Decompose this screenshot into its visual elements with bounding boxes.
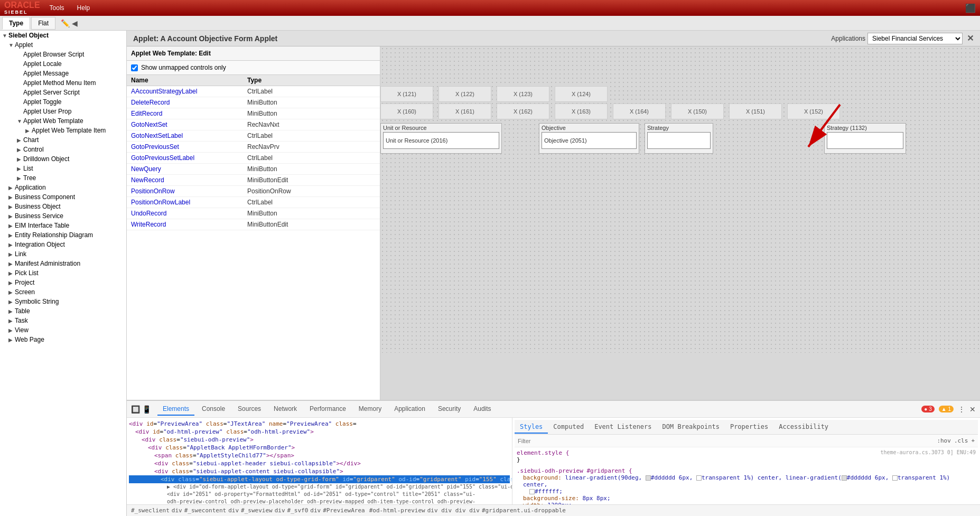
sidebar-item-pick-list[interactable]: ▶ Pick List	[0, 268, 126, 278]
sidebar-item-screen[interactable]: ▶ Screen	[0, 287, 126, 297]
devtools-tab-network[interactable]: Network	[268, 403, 302, 416]
control-row-editrecord[interactable]: EditRecordMiniButton	[127, 108, 380, 119]
control-row-gotopreviousset[interactable]: GotoPreviousSetRecNavPrv	[127, 142, 380, 153]
sidebar-item-applet-toggle[interactable]: Applet Toggle	[0, 97, 126, 107]
type-tab[interactable]: Type	[2, 17, 30, 30]
control-row-gotonextsetlabel[interactable]: GotoNextSetLabelCtrlLabel	[127, 130, 380, 142]
dom-line-1[interactable]: <div id="od-html-preview" class="odh-htm…	[129, 428, 510, 436]
cube-icon[interactable]: ⬛	[965, 3, 976, 13]
sidebar-item-applet-web-template-item[interactable]: ▶ Applet Web Template Item	[0, 126, 126, 135]
sidebar-item-chart[interactable]: ▶ Chart	[0, 135, 126, 145]
control-row-newquery[interactable]: NewQueryMiniButton	[127, 164, 380, 175]
control-row-aaccountstrategylabel[interactable]: AAccountStrategyLabelCtrlLabel	[127, 86, 380, 97]
sidebar-item-applet-method-menu[interactable]: Applet Method Menu Item	[0, 78, 126, 88]
devtools-tab-memory[interactable]: Memory	[353, 403, 387, 416]
help-menu[interactable]: Help	[74, 4, 94, 12]
canvas-area[interactable]: X (121) X (122) X (123) X (124) X (160) …	[380, 46, 980, 400]
sidebar-item-symbolic-string[interactable]: ▶ Symbolic String	[0, 297, 126, 306]
sidebar-item-eim-interface-table[interactable]: ▶ EIM Interface Table	[0, 221, 126, 230]
control-row-deleterecord[interactable]: DeleteRecordMiniButton	[127, 97, 380, 108]
control-row-writerecord[interactable]: WriteRecordMiniButtonEdit	[127, 219, 380, 230]
devtools-device-icon[interactable]: 📱	[142, 405, 151, 414]
dom-line-9[interactable]: <div id="2051" od-property="FormattedHtm…	[129, 490, 488, 504]
control-row-positiononrowlabel[interactable]: PositionOnRowLabelCtrlLabel	[127, 197, 380, 208]
devtools-tab-audits[interactable]: Audits	[468, 403, 496, 416]
sidebar-item-business-object[interactable]: ▶ Business Object	[0, 202, 126, 211]
computed-tab[interactable]: Computed	[548, 421, 589, 434]
sidebar-root[interactable]: ▼ Siebel Object	[0, 31, 126, 40]
sidebar-item-application[interactable]: ▶ Application	[0, 183, 126, 192]
devtools-tab-elements[interactable]: Elements	[157, 403, 194, 416]
control-unit-resource[interactable]: Unit or Resource Unit or Resource (2016)	[380, 123, 502, 154]
devtools-tab-application[interactable]: Application	[389, 403, 431, 416]
hov-pseudo[interactable]: :hov	[937, 437, 951, 444]
dom-line-0[interactable]: <div id="PreviewArea" class="JTextArea" …	[129, 420, 510, 428]
sidebar-item-project[interactable]: ▶ Project	[0, 278, 126, 287]
sidebar-item-control[interactable]: ▶ Control	[0, 145, 126, 154]
devtools-settings-icon[interactable]: ⋮	[958, 405, 965, 414]
sidebar-item-table[interactable]: ▶ Table	[0, 306, 126, 316]
bc-sweclient[interactable]: #_sweclient	[131, 507, 170, 514]
sidebar-item-applet[interactable]: ▼ Applet	[0, 40, 126, 50]
tools-menu[interactable]: Tools	[46, 4, 68, 12]
bc-swecontent[interactable]: #_swecontent	[184, 507, 226, 514]
dom-line-4[interactable]: <span class="AppletStyleChild77"></span>	[129, 452, 510, 459]
sidebar-item-task[interactable]: ▶ Task	[0, 316, 126, 325]
sidebar-item-integration-object[interactable]: ▶ Integration Object	[0, 240, 126, 249]
sidebar-item-applet-message[interactable]: Applet Message	[0, 69, 126, 78]
properties-tab[interactable]: Properties	[725, 421, 773, 434]
control-row-newrecord[interactable]: NewRecordMiniButtonEdit	[127, 175, 380, 186]
dom-line-8[interactable]: ▶ <div id="od-form-applet-layout od-type…	[129, 483, 510, 490]
dom-breakpoints-tab[interactable]: DOM Breakpoints	[657, 421, 725, 434]
sidebar-item-tree[interactable]: ▶ Tree	[0, 173, 126, 183]
bc-svf0[interactable]: #_svf0	[287, 507, 309, 514]
dom-line-3[interactable]: <div class="AppletBack AppletHFormBorder…	[129, 444, 510, 452]
collapse-icon[interactable]: ◀	[72, 19, 78, 27]
control-row-gotoprevioussetlabel[interactable]: GotoPreviousSetLabelCtrlLabel	[127, 153, 380, 164]
sidebar-item-web-page[interactable]: ▶ Web Page	[0, 335, 126, 344]
accessibility-tab[interactable]: Accessibility	[773, 421, 834, 434]
devtools-tab-performance[interactable]: Performance	[304, 403, 351, 416]
sidebar-item-list[interactable]: ▶ List	[0, 164, 126, 173]
sidebar-item-applet-locale[interactable]: Applet Locale	[0, 59, 126, 69]
unmapped-checkbox[interactable]	[131, 64, 138, 71]
bc-od-html-preview[interactable]: #od-html-preview	[369, 507, 425, 514]
dom-line-6[interactable]: <div class="siebui-applet-content siebui…	[129, 467, 510, 475]
control-objective[interactable]: Objective Objective (2051)	[539, 123, 639, 154]
dom-line-2[interactable]: <div class="siebui-odh-preview">	[129, 436, 510, 444]
sidebar-item-view[interactable]: ▶ View	[0, 325, 126, 335]
close-button[interactable]: ✕	[967, 33, 974, 43]
event-listeners-tab[interactable]: Event Listeners	[589, 421, 657, 434]
devtools-more-icon[interactable]: ✕	[969, 405, 976, 414]
sidebar-item-link[interactable]: ▶ Link	[0, 249, 126, 259]
dom-line-5[interactable]: <div class="siebui-applet-header siebui-…	[129, 459, 510, 467]
styles-tab[interactable]: Styles	[515, 421, 548, 434]
sidebar-item-drilldown[interactable]: ▶ Drilldown Object	[0, 154, 126, 164]
control-row-gotonextset[interactable]: GotoNextSetRecNavNxt	[127, 119, 380, 130]
control-strategy-1132[interactable]: Strategy (1132)	[824, 123, 906, 154]
sidebar-item-applet-web-template[interactable]: ▼ Applet Web Template	[0, 116, 126, 126]
devtools-inspect-icon[interactable]: 🔲	[131, 405, 140, 414]
devtools-tab-sources[interactable]: Sources	[232, 403, 266, 416]
bc-sweview[interactable]: #_sweview	[241, 507, 273, 514]
unmapped-label[interactable]: Show unmapped controls only	[141, 64, 226, 71]
sidebar-item-business-service[interactable]: ▶ Business Service	[0, 211, 126, 221]
sidebar-item-applet-server-script[interactable]: Applet Server Script	[0, 88, 126, 97]
sidebar-item-applet-user-prop[interactable]: Applet User Prop	[0, 107, 126, 116]
edit-icon[interactable]: ✏️	[61, 19, 70, 27]
control-row-positiononrow[interactable]: PositionOnRowPositionOnRow	[127, 186, 380, 197]
cls-pseudo[interactable]: .cls	[954, 437, 968, 444]
devtools-tab-security[interactable]: Security	[433, 403, 466, 416]
sidebar-item-applet-browser-script[interactable]: Applet Browser Script	[0, 50, 126, 59]
sidebar-item-business-component[interactable]: ▶ Business Component	[0, 192, 126, 202]
sidebar-item-manifest-admin[interactable]: ▶ Manifest Administration	[0, 259, 126, 268]
control-strategy-label[interactable]: Strategy	[645, 123, 713, 154]
applications-select[interactable]: Siebel Financial Services	[867, 33, 963, 44]
sidebar-item-erd[interactable]: ▶ Entity Relationship Diagram	[0, 230, 126, 240]
add-style[interactable]: +	[971, 437, 975, 444]
devtools-tab-console[interactable]: Console	[197, 403, 230, 416]
dom-line-7-selected[interactable]: <div class="siebui-applet-layout od-type…	[129, 475, 510, 483]
bc-gridparent[interactable]: #gridparent.ui-droppable	[482, 507, 566, 514]
filter-input[interactable]	[518, 438, 937, 444]
flat-tab[interactable]: Flat	[31, 17, 55, 30]
